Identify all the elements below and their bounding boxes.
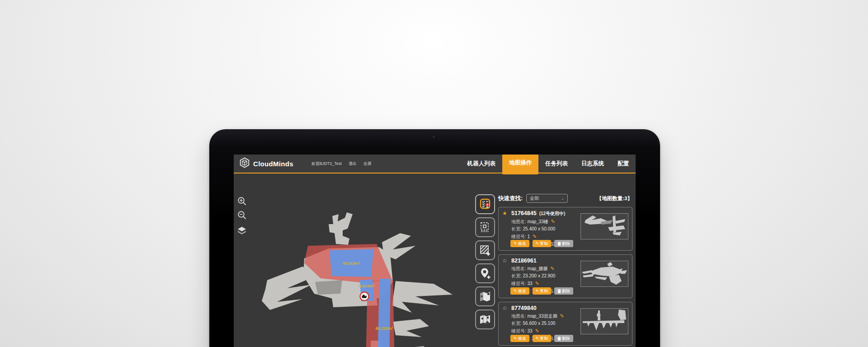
laptop-frame: CloudMinds 欢迎BJDT2_Test 退出 全屏 机器人列表 地图操作… [209, 129, 660, 347]
fullscreen-link[interactable]: 全屏 [363, 161, 372, 167]
map-toolbar [475, 194, 495, 329]
delete-button[interactable]: 删除 [554, 287, 573, 295]
map-thumbnail [580, 213, 628, 239]
area-label: 40.519m² [343, 261, 360, 266]
edit-name-icon[interactable]: ✎ [550, 266, 554, 271]
map-zone-blue-corridor[interactable] [377, 279, 391, 347]
map-marker-button[interactable] [475, 286, 495, 306]
quick-find-bar: 快速查找: 全部 ⌄ 【地图数量:3】 [498, 193, 632, 203]
measure-region-button[interactable] [475, 217, 495, 237]
navbar: CloudMinds 欢迎BJDT2_Test 退出 全屏 机器人列表 地图操作… [234, 155, 636, 174]
tab-robot-list[interactable]: 机器人列表 [461, 155, 503, 173]
area-label: 80.215m² [376, 326, 393, 331]
logout-link[interactable]: 退出 [349, 161, 357, 167]
webcam-dot [433, 136, 435, 138]
content-area: 40.519m² 8.614m² 80.215m² [234, 174, 636, 347]
tab-task-list[interactable]: 任务列表 [538, 155, 575, 173]
map-controls [237, 196, 247, 236]
map-blob [382, 233, 415, 259]
map-id: 51764845 [511, 210, 537, 216]
map-id: 82186961 [511, 258, 537, 264]
map-marker-icon [479, 290, 491, 303]
layers-icon[interactable] [237, 226, 247, 236]
favorite-star-icon[interactable]: ☆ [502, 258, 509, 264]
favorite-star-icon[interactable]: ☆ [502, 305, 509, 311]
task-point-list-icon [479, 198, 491, 211]
map-filter-value: 全部 [530, 195, 539, 202]
trash-icon [557, 289, 561, 293]
desktop-background: CloudMinds 欢迎BJDT2_Test 退出 全屏 机器人列表 地图操作… [0, 0, 868, 347]
map-floor-value: 33 [528, 281, 533, 286]
delete-button[interactable]: 删除 [554, 240, 573, 247]
app-screen: CloudMinds 欢迎BJDT2_Test 退出 全屏 机器人列表 地图操作… [234, 155, 636, 347]
copy-button[interactable]: ✎ 复制 [533, 240, 552, 247]
cloudminds-logo-icon [239, 157, 250, 170]
map-blob [329, 212, 353, 245]
map-size-value: 25.400 x 50.000 [523, 226, 556, 231]
pencil-icon: ✎ [514, 241, 517, 246]
map-blob [393, 319, 429, 337]
add-point-button[interactable] [475, 263, 495, 283]
map-count-text: 【地图数量:3】 [597, 195, 632, 202]
upload-map-button[interactable] [475, 309, 495, 329]
copy-button[interactable]: ✎ 复制 [533, 335, 552, 342]
area-label: 8.614m² [359, 284, 374, 288]
pencil-icon: ✎ [536, 289, 539, 293]
add-virtual-wall-icon [479, 244, 491, 257]
pencil-icon: ✎ [514, 336, 517, 341]
map-blob-dark [315, 280, 342, 295]
modify-button[interactable]: ✎ 修改 [510, 287, 529, 295]
zoom-in-icon[interactable] [237, 196, 247, 206]
map-in-use-badge: (12号使用中) [539, 211, 566, 217]
nav-tabs: 机器人列表 地图操作 任务列表 日志系统 配置 [461, 155, 636, 173]
map-card: ☆ 82186961 地图名: map_腿腿 ✎ 长宽: [498, 254, 632, 298]
zoom-out-icon[interactable] [237, 210, 247, 220]
favorite-star-icon[interactable]: ★ [502, 210, 509, 216]
measure-region-icon [479, 221, 491, 234]
edit-floor-icon[interactable]: ✎ [535, 328, 539, 333]
robot-position-marker[interactable] [360, 292, 369, 301]
map-name-value: map_腿腿 [528, 266, 548, 271]
map-filter-select[interactable]: 全部 ⌄ [526, 194, 568, 203]
map-card: ★ 51764845 (12号使用中) 地图名: map_33楼 ✎ 长宽 [498, 207, 632, 251]
chevron-down-icon: ⌄ [561, 196, 565, 201]
map-card: ☆ 87749840 地图名: map_33层走廊 ✎ 长宽: [498, 302, 632, 346]
brand: CloudMinds [239, 157, 293, 170]
task-point-list-button[interactable] [475, 194, 495, 214]
pencil-icon: ✎ [514, 289, 517, 293]
map-size-value: 23.200 x 22.900 [523, 273, 556, 278]
copy-button[interactable]: ✎ 复制 [533, 287, 552, 295]
upload-map-icon [479, 313, 491, 326]
brand-name: CloudMinds [253, 160, 293, 168]
trash-icon [557, 242, 561, 246]
map-floor-value: 1 [528, 234, 530, 239]
edit-floor-icon[interactable]: ✎ [535, 281, 539, 286]
tab-log-system[interactable]: 日志系统 [575, 155, 611, 173]
tab-map-operation[interactable]: 地图操作 [502, 155, 538, 174]
map-size-value: 56.600 x 25.100 [523, 321, 556, 326]
map-thumbnail [580, 308, 628, 334]
delete-button[interactable]: 删除 [554, 335, 573, 342]
map-floor-value: 33 [528, 328, 533, 333]
quick-find-label: 快速查找: [498, 195, 523, 202]
modify-button[interactable]: ✎ 修改 [510, 240, 529, 247]
map-blob [392, 281, 453, 313]
add-virtual-wall-button[interactable] [475, 240, 495, 260]
pencil-icon: ✎ [536, 336, 539, 341]
pencil-icon: ✎ [536, 241, 539, 246]
edit-name-icon[interactable]: ✎ [551, 219, 555, 224]
tab-config[interactable]: 配置 [611, 155, 636, 173]
map-name-value: map_33楼 [528, 219, 548, 224]
add-point-icon [479, 267, 491, 280]
map-id: 87749840 [511, 305, 537, 311]
map-list-panel: 快速查找: 全部 ⌄ 【地图数量:3】 ★ 51764845 (12号使用中) [498, 193, 632, 347]
edit-floor-icon[interactable]: ✎ [533, 234, 537, 239]
map-thumbnail [580, 261, 628, 287]
map-name-value: map_33层走廊 [528, 314, 557, 319]
map-blob [262, 267, 319, 310]
edit-name-icon[interactable]: ✎ [560, 313, 564, 319]
trash-icon [557, 337, 561, 341]
welcome-text: 欢迎BJDT2_Test [311, 161, 342, 167]
modify-button[interactable]: ✎ 修改 [510, 335, 529, 342]
map-canvas[interactable]: 40.519m² 8.614m² 80.215m² [261, 192, 478, 347]
